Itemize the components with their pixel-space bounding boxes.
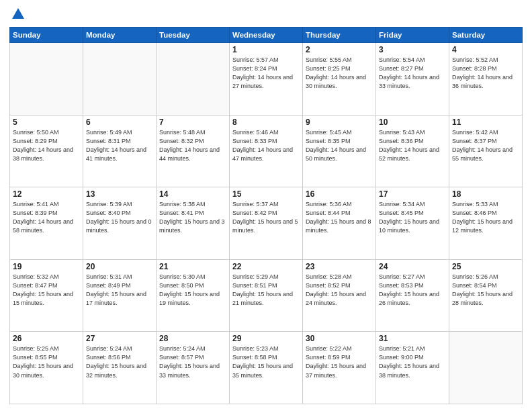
- day-number: 2: [306, 45, 373, 54]
- day-info: Sunrise: 5:26 AM Sunset: 8:54 PM Dayligh…: [452, 273, 519, 308]
- day-number: 16: [306, 189, 373, 199]
- calendar-cell: 1Sunrise: 5:57 AM Sunset: 8:24 PM Daylig…: [230, 43, 303, 116]
- day-info: Sunrise: 5:32 AM Sunset: 8:47 PM Dayligh…: [13, 273, 80, 308]
- calendar-body: 1Sunrise: 5:57 AM Sunset: 8:24 PM Daylig…: [10, 43, 523, 404]
- weekday-header-wednesday: Wednesday: [230, 28, 303, 43]
- day-number: 5: [13, 118, 80, 127]
- calendar-cell: 18Sunrise: 5:33 AM Sunset: 8:46 PM Dayli…: [449, 187, 523, 260]
- day-info: Sunrise: 5:33 AM Sunset: 8:46 PM Dayligh…: [452, 200, 519, 235]
- day-info: Sunrise: 5:43 AM Sunset: 8:36 PM Dayligh…: [379, 128, 446, 163]
- day-info: Sunrise: 5:22 AM Sunset: 8:59 PM Dayligh…: [306, 345, 373, 379]
- day-number: 12: [13, 189, 80, 199]
- day-info: Sunrise: 5:42 AM Sunset: 8:37 PM Dayligh…: [452, 128, 519, 163]
- calendar-cell: [10, 43, 83, 116]
- day-number: 28: [159, 334, 226, 343]
- calendar-cell: 25Sunrise: 5:26 AM Sunset: 8:54 PM Dayli…: [449, 259, 523, 332]
- calendar-cell: 17Sunrise: 5:34 AM Sunset: 8:45 PM Dayli…: [376, 187, 449, 260]
- day-info: Sunrise: 5:50 AM Sunset: 8:29 PM Dayligh…: [13, 128, 80, 163]
- day-info: Sunrise: 5:46 AM Sunset: 8:33 PM Dayligh…: [232, 128, 300, 163]
- day-number: 30: [306, 334, 373, 343]
- day-info: Sunrise: 5:27 AM Sunset: 8:53 PM Dayligh…: [379, 273, 446, 308]
- day-info: Sunrise: 5:36 AM Sunset: 8:44 PM Dayligh…: [306, 200, 373, 235]
- calendar-cell: [157, 43, 230, 116]
- day-number: 10: [379, 118, 446, 127]
- day-number: 13: [86, 189, 153, 199]
- calendar-cell: 15Sunrise: 5:37 AM Sunset: 8:42 PM Dayli…: [230, 187, 303, 260]
- day-info: Sunrise: 5:31 AM Sunset: 8:49 PM Dayligh…: [86, 273, 153, 308]
- calendar-cell: 30Sunrise: 5:22 AM Sunset: 8:59 PM Dayli…: [303, 332, 376, 404]
- day-number: 25: [452, 262, 519, 271]
- weekday-header-monday: Monday: [83, 28, 157, 43]
- week-row-4: 26Sunrise: 5:25 AM Sunset: 8:55 PM Dayli…: [10, 332, 523, 404]
- day-number: 4: [452, 45, 519, 54]
- calendar-cell: 10Sunrise: 5:43 AM Sunset: 8:36 PM Dayli…: [376, 115, 449, 187]
- weekday-header-saturday: Saturday: [449, 28, 523, 43]
- day-number: 24: [379, 262, 446, 271]
- calendar-cell: 13Sunrise: 5:39 AM Sunset: 8:40 PM Dayli…: [83, 187, 157, 260]
- day-number: 19: [13, 262, 80, 271]
- logo-icon: [11, 7, 26, 21]
- day-info: Sunrise: 5:57 AM Sunset: 8:24 PM Dayligh…: [232, 56, 300, 91]
- day-number: 15: [232, 189, 300, 199]
- calendar-cell: 12Sunrise: 5:41 AM Sunset: 8:39 PM Dayli…: [10, 187, 83, 260]
- day-number: 31: [379, 334, 446, 343]
- day-info: Sunrise: 5:24 AM Sunset: 8:57 PM Dayligh…: [159, 345, 226, 379]
- day-number: 23: [306, 262, 373, 271]
- weekday-header-tuesday: Tuesday: [157, 28, 230, 43]
- weekday-header-friday: Friday: [376, 28, 449, 43]
- weekday-header-sunday: Sunday: [10, 28, 83, 43]
- day-number: 8: [232, 118, 300, 127]
- day-number: 20: [86, 262, 153, 271]
- day-info: Sunrise: 5:39 AM Sunset: 8:40 PM Dayligh…: [86, 200, 153, 235]
- calendar-cell: 29Sunrise: 5:23 AM Sunset: 8:58 PM Dayli…: [230, 332, 303, 404]
- calendar-cell: 6Sunrise: 5:49 AM Sunset: 8:31 PM Daylig…: [83, 115, 157, 187]
- week-row-0: 1Sunrise: 5:57 AM Sunset: 8:24 PM Daylig…: [10, 43, 523, 116]
- logo-area: [9, 7, 26, 21]
- day-info: Sunrise: 5:24 AM Sunset: 8:56 PM Dayligh…: [86, 345, 153, 379]
- svg-marker-0: [12, 8, 24, 19]
- day-number: 22: [232, 262, 300, 271]
- day-info: Sunrise: 5:54 AM Sunset: 8:27 PM Dayligh…: [379, 56, 446, 91]
- calendar-table: SundayMondayTuesdayWednesdayThursdayFrid…: [9, 27, 523, 404]
- day-number: 11: [452, 118, 519, 127]
- day-number: 6: [86, 118, 153, 127]
- day-info: Sunrise: 5:45 AM Sunset: 8:35 PM Dayligh…: [306, 128, 373, 163]
- week-row-3: 19Sunrise: 5:32 AM Sunset: 8:47 PM Dayli…: [10, 259, 523, 332]
- calendar-cell: 23Sunrise: 5:28 AM Sunset: 8:52 PM Dayli…: [303, 259, 376, 332]
- day-number: 27: [86, 334, 153, 343]
- calendar-cell: 20Sunrise: 5:31 AM Sunset: 8:49 PM Dayli…: [83, 259, 157, 332]
- day-info: Sunrise: 5:41 AM Sunset: 8:39 PM Dayligh…: [13, 200, 80, 235]
- day-number: 21: [159, 262, 226, 271]
- day-info: Sunrise: 5:34 AM Sunset: 8:45 PM Dayligh…: [379, 200, 446, 235]
- header: [9, 7, 523, 21]
- day-info: Sunrise: 5:21 AM Sunset: 9:00 PM Dayligh…: [379, 345, 446, 379]
- day-number: 3: [379, 45, 446, 54]
- calendar-cell: 9Sunrise: 5:45 AM Sunset: 8:35 PM Daylig…: [303, 115, 376, 187]
- day-number: 1: [232, 45, 300, 54]
- calendar-cell: 7Sunrise: 5:48 AM Sunset: 8:32 PM Daylig…: [157, 115, 230, 187]
- day-number: 9: [306, 118, 373, 127]
- day-number: 17: [379, 189, 446, 199]
- calendar-cell: 27Sunrise: 5:24 AM Sunset: 8:56 PM Dayli…: [83, 332, 157, 404]
- logo: [9, 7, 26, 21]
- day-number: 7: [159, 118, 226, 127]
- day-number: 14: [159, 189, 226, 199]
- weekday-row: SundayMondayTuesdayWednesdayThursdayFrid…: [10, 28, 523, 43]
- calendar-cell: 21Sunrise: 5:30 AM Sunset: 8:50 PM Dayli…: [157, 259, 230, 332]
- calendar-cell: 5Sunrise: 5:50 AM Sunset: 8:29 PM Daylig…: [10, 115, 83, 187]
- calendar-cell: 4Sunrise: 5:52 AM Sunset: 8:28 PM Daylig…: [449, 43, 523, 116]
- calendar-cell: 14Sunrise: 5:38 AM Sunset: 8:41 PM Dayli…: [157, 187, 230, 260]
- day-info: Sunrise: 5:49 AM Sunset: 8:31 PM Dayligh…: [86, 128, 153, 163]
- day-number: 29: [232, 334, 300, 343]
- week-row-1: 5Sunrise: 5:50 AM Sunset: 8:29 PM Daylig…: [10, 115, 523, 187]
- day-info: Sunrise: 5:23 AM Sunset: 8:58 PM Dayligh…: [232, 345, 300, 379]
- calendar-cell: [83, 43, 157, 116]
- day-info: Sunrise: 5:38 AM Sunset: 8:41 PM Dayligh…: [159, 200, 226, 235]
- calendar-cell: 19Sunrise: 5:32 AM Sunset: 8:47 PM Dayli…: [10, 259, 83, 332]
- day-info: Sunrise: 5:48 AM Sunset: 8:32 PM Dayligh…: [159, 128, 226, 163]
- calendar-cell: 24Sunrise: 5:27 AM Sunset: 8:53 PM Dayli…: [376, 259, 449, 332]
- calendar-cell: 16Sunrise: 5:36 AM Sunset: 8:44 PM Dayli…: [303, 187, 376, 260]
- day-info: Sunrise: 5:25 AM Sunset: 8:55 PM Dayligh…: [13, 345, 80, 379]
- day-info: Sunrise: 5:28 AM Sunset: 8:52 PM Dayligh…: [306, 273, 373, 308]
- calendar-header: SundayMondayTuesdayWednesdayThursdayFrid…: [10, 28, 523, 43]
